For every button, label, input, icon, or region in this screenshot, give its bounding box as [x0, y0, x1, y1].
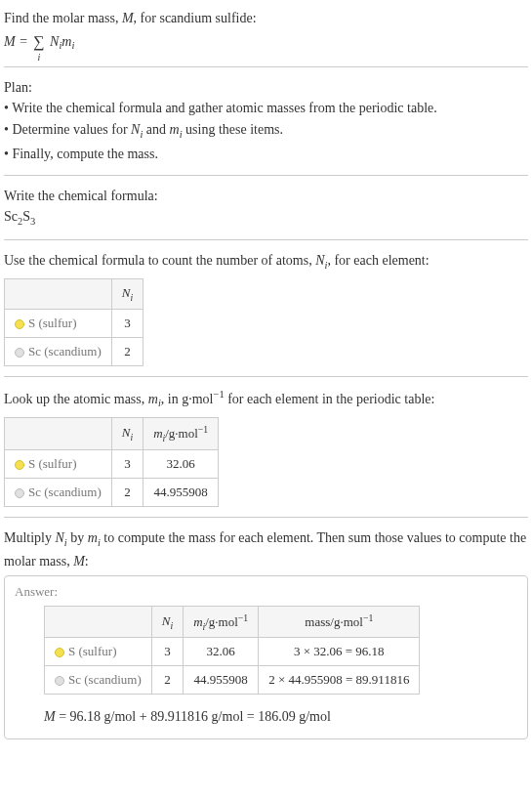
sigma-icon: ∑i: [33, 28, 44, 57]
plan-bullet-1: • Write the chemical formula and gather …: [4, 98, 528, 119]
step3-section: Look up the atomic mass, mi, in g·mol−1 …: [4, 387, 528, 507]
step2-table: Ni S (sulfur) 3 Sc (scandium) 2: [4, 278, 143, 366]
intro-section: Find the molar mass, M, for scandium sul…: [4, 8, 528, 57]
header-Ni: Ni: [151, 606, 183, 638]
intro-line: Find the molar mass, M, for scandium sul…: [4, 8, 528, 28]
m-cell: 32.06: [143, 449, 219, 478]
plan-title: Plan:: [4, 77, 528, 98]
table-row: S (sulfur) 3: [5, 309, 143, 337]
step4-section: Multiply Ni by mi to compute the mass fo…: [4, 527, 528, 571]
header-Ni: Ni: [111, 279, 143, 310]
m-cell: 44.955908: [143, 478, 219, 506]
dot-icon: [15, 348, 24, 358]
n-cell: 3: [151, 638, 183, 666]
plan-bullet-3: • Finally, compute the mass.: [4, 144, 528, 165]
eq-equals: =: [16, 34, 31, 49]
mass-cell: 3 × 32.06 = 96.18: [259, 638, 420, 666]
element-cell: S (sulfur): [45, 638, 152, 666]
divider: [4, 376, 528, 377]
n-cell: 2: [111, 337, 143, 365]
table-header-row: Ni mi/g·mol−1 mass/g·mol−1: [45, 606, 420, 638]
answer-content: Ni mi/g·mol−1 mass/g·mol−1 S (sulfur) 3 …: [15, 606, 517, 728]
header-mi: mi/g·mol−1: [143, 418, 219, 450]
step1-formula: Sc2S3: [4, 206, 528, 230]
intro-text-a: Find the molar mass,: [4, 11, 122, 25]
intro-equation: M = ∑i Nimi: [4, 28, 528, 57]
mass-cell: 2 × 44.955908 = 89.911816: [259, 666, 420, 695]
answer-label: Answer:: [15, 584, 517, 600]
table-row: Sc (scandium) 2: [5, 337, 143, 365]
eq-m-sub: i: [71, 40, 74, 51]
dot-icon: [15, 488, 24, 498]
table-header-row: Ni mi/g·mol−1: [5, 418, 219, 450]
answer-table: Ni mi/g·mol−1 mass/g·mol−1 S (sulfur) 3 …: [44, 606, 420, 696]
m-cell: 32.06: [184, 638, 259, 666]
dot-icon: [55, 676, 64, 686]
table-row: S (sulfur) 3 32.06: [5, 449, 219, 478]
step2-title: Use the chemical formula to count the nu…: [4, 250, 528, 274]
header-Ni: Ni: [111, 418, 143, 450]
step3-title: Look up the atomic mass, mi, in g·mol−1 …: [4, 387, 528, 411]
table-row: Sc (scandium) 2 44.955908 2 × 44.955908 …: [45, 666, 420, 695]
divider: [4, 517, 528, 518]
header-mi: mi/g·mol−1: [184, 606, 259, 638]
header-blank: [5, 418, 112, 450]
answer-box: Answer: Ni mi/g·mol−1 mass/g·mol−1 S (su…: [4, 575, 528, 740]
plan-bullet-2: • Determine values for Ni and mi using t…: [4, 119, 528, 144]
element-cell: S (sulfur): [5, 309, 112, 337]
element-cell: Sc (scandium): [45, 666, 152, 695]
dot-icon: [15, 460, 24, 470]
eq-N: N: [50, 34, 59, 49]
step1-section: Write the chemical formula: Sc2S3: [4, 186, 528, 230]
n-cell: 2: [111, 478, 143, 506]
table-row: Sc (scandium) 2 44.955908: [5, 478, 219, 506]
eq-lhs: M: [4, 34, 16, 49]
step2-section: Use the chemical formula to count the nu…: [4, 250, 528, 366]
m-cell: 44.955908: [184, 666, 259, 695]
step4-title: Multiply Ni by mi to compute the mass fo…: [4, 527, 528, 571]
divider: [4, 66, 528, 67]
divider: [4, 175, 528, 176]
intro-text-b: , for scandium sulfide:: [134, 11, 257, 25]
header-blank: [5, 279, 112, 310]
step1-title: Write the chemical formula:: [4, 186, 528, 206]
divider: [4, 239, 528, 240]
header-blank: [45, 606, 152, 638]
intro-var-M: M: [122, 11, 134, 25]
plan-section: Plan: • Write the chemical formula and g…: [4, 77, 528, 165]
element-cell: Sc (scandium): [5, 478, 112, 506]
eq-m: m: [61, 34, 71, 49]
dot-icon: [15, 319, 24, 329]
table-row: S (sulfur) 3 32.06 3 × 32.06 = 96.18: [45, 638, 420, 666]
answer-result: M = 96.18 g/mol + 89.911816 g/mol = 186.…: [44, 706, 517, 727]
n-cell: 3: [111, 309, 143, 337]
n-cell: 2: [151, 666, 183, 695]
element-cell: S (sulfur): [5, 449, 112, 478]
n-cell: 3: [111, 449, 143, 478]
step3-table: Ni mi/g·mol−1 S (sulfur) 3 32.06 Sc (sca…: [4, 417, 219, 507]
header-mass: mass/g·mol−1: [259, 606, 420, 638]
dot-icon: [55, 648, 64, 657]
table-header-row: Ni: [5, 279, 143, 310]
element-cell: Sc (scandium): [5, 337, 112, 365]
